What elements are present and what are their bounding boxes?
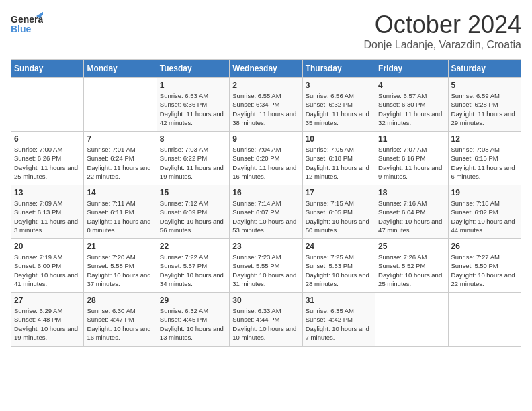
day-info: Sunrise: 6:53 AMSunset: 6:36 PMDaylight:… [160,91,226,127]
logo-icon: General Blue [11,11,43,40]
day-number: 14 [87,188,153,197]
day-number: 8 [160,134,226,144]
calendar-cell: 7Sunrise: 7:01 AMSunset: 6:24 PMDaylight… [84,132,157,185]
day-info: Sunrise: 7:26 AMSunset: 5:52 PMDaylight:… [378,253,445,288]
day-number: 13 [14,188,81,197]
day-number: 2 [232,81,299,90]
day-number: 26 [451,242,518,251]
day-number: 12 [451,134,518,144]
day-number: 27 [14,295,81,305]
calendar-cell: 19Sunrise: 7:18 AMSunset: 6:02 PMDayligh… [448,185,521,239]
day-number: 6 [14,134,81,144]
calendar-cell: 27Sunrise: 6:29 AMSunset: 4:48 PMDayligh… [11,293,84,347]
day-info: Sunrise: 7:00 AMSunset: 6:26 PMDaylight:… [14,145,81,181]
day-info: Sunrise: 7:18 AMSunset: 6:02 PMDaylight:… [451,199,518,234]
day-info: Sunrise: 6:57 AMSunset: 6:30 PMDaylight:… [378,91,445,127]
calendar-cell: 14Sunrise: 7:11 AMSunset: 6:11 PMDayligh… [84,185,157,239]
day-number: 15 [160,188,226,197]
calendar-cell: 3Sunrise: 6:56 AMSunset: 6:32 PMDaylight… [302,78,375,132]
calendar-cell: 16Sunrise: 7:14 AMSunset: 6:07 PMDayligh… [230,185,302,239]
day-number: 1 [160,81,226,90]
day-info: Sunrise: 6:30 AMSunset: 4:47 PMDaylight:… [87,306,153,342]
day-info: Sunrise: 6:56 AMSunset: 6:32 PMDaylight:… [306,91,372,127]
day-info: Sunrise: 7:08 AMSunset: 6:15 PMDaylight:… [451,145,518,181]
weekday-header-friday: Friday [375,60,448,78]
calendar-cell: 23Sunrise: 7:23 AMSunset: 5:55 PMDayligh… [230,239,302,293]
calendar-cell: 31Sunrise: 6:35 AMSunset: 4:42 PMDayligh… [302,293,375,347]
weekday-header-thursday: Thursday [302,60,375,78]
day-info: Sunrise: 7:19 AMSunset: 6:00 PMDaylight:… [14,253,81,288]
day-number: 30 [232,295,299,305]
weekday-header-tuesday: Tuesday [157,60,229,78]
calendar-cell: 12Sunrise: 7:08 AMSunset: 6:15 PMDayligh… [448,132,521,185]
day-info: Sunrise: 7:20 AMSunset: 5:58 PMDaylight:… [87,253,153,288]
day-info: Sunrise: 7:05 AMSunset: 6:18 PMDaylight:… [306,145,372,181]
day-info: Sunrise: 7:15 AMSunset: 6:05 PMDaylight:… [306,199,372,234]
day-number: 25 [378,242,445,251]
weekday-header-wednesday: Wednesday [230,60,302,78]
page-header: General Blue October 2024 Donje Ladanje,… [11,11,521,51]
day-number: 21 [87,242,153,251]
day-info: Sunrise: 7:27 AMSunset: 5:50 PMDaylight:… [451,253,518,288]
calendar-cell [375,293,448,347]
calendar-cell: 26Sunrise: 7:27 AMSunset: 5:50 PMDayligh… [448,239,521,293]
day-info: Sunrise: 6:33 AMSunset: 4:44 PMDaylight:… [232,306,299,342]
calendar-week-row: 13Sunrise: 7:09 AMSunset: 6:13 PMDayligh… [11,185,521,239]
day-number: 3 [306,81,372,90]
day-number: 19 [451,188,518,197]
day-info: Sunrise: 7:01 AMSunset: 6:24 PMDaylight:… [87,145,153,181]
day-number: 31 [306,295,372,305]
weekday-header-sunday: Sunday [11,60,84,78]
calendar-cell: 2Sunrise: 6:55 AMSunset: 6:34 PMDaylight… [230,78,302,132]
calendar-table: SundayMondayTuesdayWednesdayThursdayFrid… [11,59,521,347]
calendar-cell: 11Sunrise: 7:07 AMSunset: 6:16 PMDayligh… [375,132,448,185]
day-number: 16 [232,188,299,197]
svg-text:Blue: Blue [11,24,32,34]
day-info: Sunrise: 7:23 AMSunset: 5:55 PMDaylight:… [232,253,299,288]
day-number: 23 [232,242,299,251]
day-info: Sunrise: 7:14 AMSunset: 6:07 PMDaylight:… [232,199,299,234]
calendar-cell: 6Sunrise: 7:00 AMSunset: 6:26 PMDaylight… [11,132,84,185]
calendar-cell: 29Sunrise: 6:32 AMSunset: 4:45 PMDayligh… [157,293,229,347]
day-info: Sunrise: 6:59 AMSunset: 6:28 PMDaylight:… [451,91,518,127]
calendar-cell: 1Sunrise: 6:53 AMSunset: 6:36 PMDaylight… [157,78,229,132]
calendar-cell: 15Sunrise: 7:12 AMSunset: 6:09 PMDayligh… [157,185,229,239]
calendar-cell: 30Sunrise: 6:33 AMSunset: 4:44 PMDayligh… [230,293,302,347]
day-number: 4 [378,81,445,90]
logo: General Blue [11,11,43,40]
calendar-week-row: 1Sunrise: 6:53 AMSunset: 6:36 PMDaylight… [11,78,521,132]
day-number: 10 [306,134,372,144]
calendar-cell [11,78,84,132]
day-number: 17 [306,188,372,197]
day-number: 20 [14,242,81,251]
calendar-cell: 10Sunrise: 7:05 AMSunset: 6:18 PMDayligh… [302,132,375,185]
day-info: Sunrise: 6:29 AMSunset: 4:48 PMDaylight:… [14,306,81,342]
month-title: October 2024 [363,11,521,39]
day-number: 11 [378,134,445,144]
calendar-week-row: 6Sunrise: 7:00 AMSunset: 6:26 PMDaylight… [11,132,521,185]
calendar-cell: 28Sunrise: 6:30 AMSunset: 4:47 PMDayligh… [84,293,157,347]
calendar-cell: 18Sunrise: 7:16 AMSunset: 6:04 PMDayligh… [375,185,448,239]
day-number: 28 [87,295,153,305]
day-number: 9 [232,134,299,144]
calendar-cell: 8Sunrise: 7:03 AMSunset: 6:22 PMDaylight… [157,132,229,185]
day-number: 7 [87,134,153,144]
day-number: 18 [378,188,445,197]
day-info: Sunrise: 7:11 AMSunset: 6:11 PMDaylight:… [87,199,153,234]
calendar-week-row: 20Sunrise: 7:19 AMSunset: 6:00 PMDayligh… [11,239,521,293]
weekday-header-saturday: Saturday [448,60,521,78]
calendar-cell [448,293,521,347]
day-info: Sunrise: 7:22 AMSunset: 5:57 PMDaylight:… [160,253,226,288]
day-info: Sunrise: 6:55 AMSunset: 6:34 PMDaylight:… [232,91,299,127]
calendar-cell: 9Sunrise: 7:04 AMSunset: 6:20 PMDaylight… [230,132,302,185]
day-number: 22 [160,242,226,251]
calendar-cell: 25Sunrise: 7:26 AMSunset: 5:52 PMDayligh… [375,239,448,293]
calendar-cell: 20Sunrise: 7:19 AMSunset: 6:00 PMDayligh… [11,239,84,293]
day-info: Sunrise: 7:16 AMSunset: 6:04 PMDaylight:… [378,199,445,234]
calendar-week-row: 27Sunrise: 6:29 AMSunset: 4:48 PMDayligh… [11,293,521,347]
day-info: Sunrise: 7:09 AMSunset: 6:13 PMDaylight:… [14,199,81,234]
weekday-header-monday: Monday [84,60,157,78]
day-info: Sunrise: 7:07 AMSunset: 6:16 PMDaylight:… [378,145,445,181]
calendar-cell: 17Sunrise: 7:15 AMSunset: 6:05 PMDayligh… [302,185,375,239]
calendar-cell [84,78,157,132]
